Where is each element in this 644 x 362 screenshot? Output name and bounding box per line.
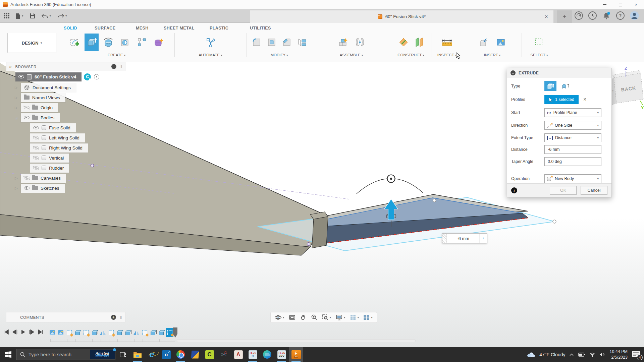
volume-icon[interactable]: [599, 352, 605, 357]
file-explorer-icon[interactable]: [130, 347, 145, 362]
panel-grip-icon[interactable]: ‖: [120, 64, 122, 69]
timeline-feature-extrude[interactable]: [149, 328, 157, 337]
shell-button[interactable]: [265, 34, 278, 51]
amsted-tray-app[interactable]: Amsted INDUSTRIES: [90, 350, 115, 359]
group-label-automate[interactable]: AUTOMATE ▾: [174, 53, 247, 57]
browser-item-vertical[interactable]: Vertical: [30, 153, 69, 163]
group-label-assemble[interactable]: ASSEMBLE ▾: [312, 53, 391, 57]
visibility-eye-icon[interactable]: [33, 126, 39, 129]
revolve-button[interactable]: [101, 34, 115, 51]
operation-dropdown[interactable]: ★ New Body ▾: [544, 174, 601, 183]
browser-item-left-wing-solid[interactable]: Left Wing Solid: [30, 133, 85, 143]
new-tab-button[interactable]: +: [557, 10, 572, 23]
measure-button[interactable]: [440, 34, 454, 51]
grid-icon[interactable]: ▾: [350, 314, 359, 321]
group-label-construct[interactable]: CONSTRUCT ▾: [391, 53, 431, 57]
visibility-eye-off-icon[interactable]: [24, 106, 30, 109]
chamfer-button[interactable]: [280, 34, 293, 51]
ok-button[interactable]: OK: [550, 186, 577, 195]
browser-item-origin[interactable]: ▷ Origin: [15, 103, 58, 113]
outlook-icon[interactable]: o✓: [159, 347, 173, 362]
close-tab-icon[interactable]: ×: [542, 10, 551, 23]
display-settings-icon[interactable]: ▾: [335, 314, 345, 321]
browser-item-fuse-solid[interactable]: Fuse Solid: [30, 123, 76, 133]
close-button[interactable]: ×: [628, 0, 644, 9]
browser-item-bodies[interactable]: ◢ Bodies: [15, 113, 60, 123]
timeline-feature-sketch[interactable]: [141, 328, 148, 337]
timeline-feature-extrude[interactable]: [91, 328, 98, 337]
maximize-button[interactable]: [612, 0, 628, 9]
timeline-feature-sketch[interactable]: [65, 328, 73, 337]
timeline-feature-extrude[interactable]: [124, 328, 131, 337]
timeline-position-marker[interactable]: [173, 327, 177, 338]
tl75-edu-app-icon[interactable]: TL75EDU: [274, 347, 289, 362]
start-dropdown[interactable]: ↦ Profile Plane ▾: [544, 108, 601, 117]
battery-icon[interactable]: [578, 352, 585, 357]
pan-icon[interactable]: [300, 314, 307, 321]
minimize-button[interactable]: [597, 0, 612, 9]
timeline-feature-mirror[interactable]: [99, 328, 106, 337]
group-label-create[interactable]: CREATE ▾: [59, 53, 174, 57]
create-sketch-button[interactable]: [68, 34, 82, 51]
pattern-button[interactable]: [135, 34, 149, 51]
cloud-status-badge[interactable]: C: [84, 73, 91, 80]
tab-surface[interactable]: SURFACE: [95, 26, 116, 31]
wifi-icon[interactable]: [589, 352, 595, 357]
step-forward-icon[interactable]: [29, 329, 35, 335]
play-icon[interactable]: [21, 329, 26, 335]
browser-item-document-settings[interactable]: ▷ Document Settings: [15, 82, 76, 93]
construct-plane-button[interactable]: [397, 34, 410, 51]
notifications-bell-icon[interactable]: [602, 11, 611, 20]
start-button[interactable]: [0, 347, 16, 362]
browser-item-canvases[interactable]: ▷ Canvases: [15, 173, 66, 183]
panel-grip-icon[interactable]: ‖: [120, 315, 122, 320]
hole-button[interactable]: [118, 34, 132, 51]
distance-inline-input[interactable]: [447, 234, 479, 243]
profiles-selection-button[interactable]: 1 selected: [544, 95, 579, 104]
activate-component-icon[interactable]: [94, 74, 99, 79]
fillet-button[interactable]: [250, 34, 263, 51]
visibility-eye-off-icon[interactable]: [33, 166, 39, 170]
visibility-eye-icon[interactable]: [24, 186, 30, 190]
visibility-eye-icon[interactable]: [24, 116, 30, 119]
dialog-header[interactable]: – EXTRUDE: [507, 68, 611, 78]
offset-plane-button[interactable]: [412, 34, 425, 51]
internet-explorer-icon[interactable]: e: [145, 347, 159, 362]
tab-sheet-metal[interactable]: SHEET METAL: [164, 26, 195, 31]
notification-center-icon[interactable]: 4: [632, 351, 641, 359]
browser-item-rudder[interactable]: Rudder: [30, 163, 69, 173]
task-view-button[interactable]: [115, 347, 130, 362]
group-label-modify[interactable]: MODIFY ▾: [247, 53, 312, 57]
autocad-icon[interactable]: A: [231, 347, 246, 362]
timeline-feature-sketch[interactable]: [82, 328, 90, 337]
banner-app-icon[interactable]: [188, 347, 202, 362]
tab-solid[interactable]: SOLID: [64, 26, 77, 31]
viewports-icon[interactable]: ▾: [363, 314, 373, 321]
visibility-eye-icon[interactable]: [18, 75, 24, 78]
undo-button[interactable]: ▾: [41, 13, 51, 19]
browser-item-named-views[interactable]: ▷ Named Views: [15, 93, 65, 103]
group-label-insert[interactable]: INSERT ▾: [463, 53, 522, 57]
hidden-icons-chevron[interactable]: [569, 353, 574, 356]
tab-utilities[interactable]: UTILITIES: [250, 26, 271, 31]
browser-root-row[interactable]: ◢ 60" Fusion Stick v4 C: [9, 72, 99, 82]
insert-derive-button[interactable]: [477, 34, 491, 51]
extensions-icon[interactable]: [575, 11, 583, 20]
orbit-icon[interactable]: ▾: [275, 314, 284, 321]
file-menu[interactable]: ▾: [16, 13, 23, 19]
tab-plastic[interactable]: PLASTIC: [210, 26, 228, 31]
job-status-icon[interactable]: [588, 11, 597, 20]
distance-field[interactable]: [544, 145, 601, 154]
timeline-feature-extrude[interactable]: [116, 328, 123, 337]
tab-mesh[interactable]: MESH: [136, 26, 149, 31]
app-grid-icon[interactable]: [4, 13, 10, 19]
zoom-icon[interactable]: [311, 314, 318, 321]
chrome-icon[interactable]: [173, 347, 188, 362]
snipping-app-icon[interactable]: ✂: [217, 347, 231, 362]
visibility-eye-off-icon[interactable]: [24, 176, 30, 180]
help-icon[interactable]: ?: [616, 11, 625, 20]
insert-canvas-button[interactable]: [494, 34, 508, 51]
rotate-manipulator[interactable]: [357, 175, 423, 194]
clock[interactable]: 10:44 PM 2/5/2023: [609, 349, 628, 360]
go-to-start-icon[interactable]: [3, 329, 9, 335]
